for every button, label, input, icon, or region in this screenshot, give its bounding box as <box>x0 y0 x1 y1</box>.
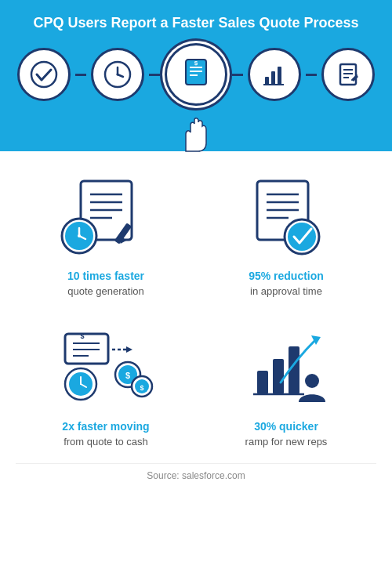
connector <box>75 74 86 76</box>
svg-point-0 <box>31 62 56 87</box>
check-icon-circle <box>17 48 71 101</box>
svg-text:$: $ <box>125 371 129 380</box>
svg-point-4 <box>117 74 119 76</box>
svg-text:$: $ <box>140 384 143 392</box>
svg-text:$: $ <box>80 332 84 340</box>
stat-icon-quote-to-cash: $ $ $ <box>55 325 157 411</box>
connector <box>149 74 160 76</box>
main-content: 10 times faster quote generation <box>0 151 392 495</box>
connector <box>232 74 243 76</box>
clock-icon-circle <box>91 48 144 101</box>
stat-approval-time: 95% reduction in approval time <box>196 167 376 310</box>
connector <box>306 74 317 76</box>
stat-icon-quote-generation <box>55 175 157 261</box>
stat-quote-to-cash: $ $ $ <box>16 317 196 460</box>
source-footer: Source: salesforce.com <box>16 463 376 487</box>
stats-grid: 10 times faster quote generation <box>16 167 376 460</box>
svg-point-61 <box>305 374 319 388</box>
stat-icon-new-reps <box>235 325 337 411</box>
header-section: CPQ Users Report a Faster Sales Quote Pr… <box>0 0 392 151</box>
stat-label-quote-to-cash: 2x faster moving from quote to cash <box>62 419 149 449</box>
svg-text:$: $ <box>194 60 198 67</box>
price-tag-icon-circle: $ <box>165 43 227 106</box>
hand-pointer-area <box>16 106 376 151</box>
svg-rect-57 <box>273 359 284 394</box>
svg-point-29 <box>78 234 81 237</box>
header-title: CPQ Users Report a Faster Sales Quote Pr… <box>16 14 376 32</box>
stat-label-quote-generation: 10 times faster quote generation <box>67 269 144 299</box>
bar-chart-icon-circle <box>248 48 301 101</box>
svg-marker-45 <box>126 346 132 353</box>
stat-icon-approval-time <box>235 175 337 261</box>
svg-point-38 <box>288 223 316 251</box>
svg-rect-10 <box>265 77 269 85</box>
svg-rect-56 <box>257 371 268 394</box>
document-icon-circle <box>321 48 375 101</box>
source-label: Source: salesforce.com <box>147 470 245 481</box>
stat-label-new-reps: 30% quicker ramp for new reps <box>245 419 328 449</box>
icon-row: $ <box>16 43 376 106</box>
stat-quote-generation: 10 times faster quote generation <box>16 167 196 310</box>
stat-new-reps: 30% quicker ramp for new reps <box>196 317 376 460</box>
stat-label-approval-time: 95% reduction in approval time <box>249 269 324 299</box>
svg-rect-11 <box>271 71 275 85</box>
svg-rect-12 <box>278 67 281 85</box>
